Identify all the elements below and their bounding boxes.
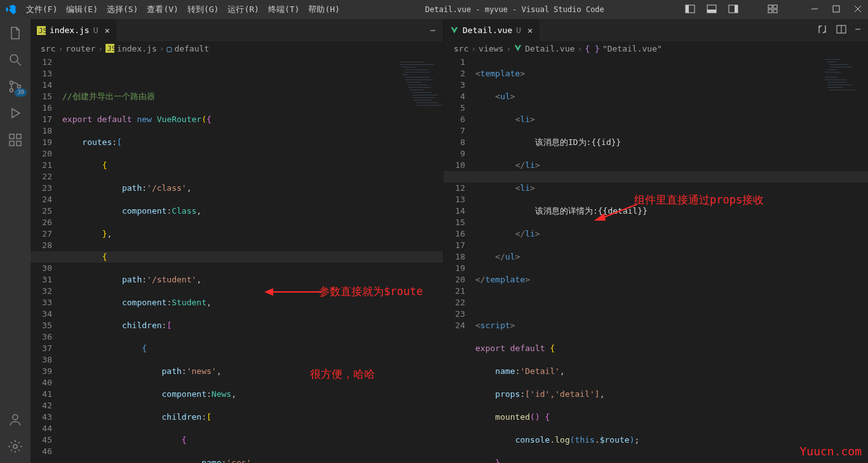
svg-text:JS: JS [39, 26, 46, 35]
vue-file-icon [450, 26, 459, 35]
scm-badge: 39 [15, 88, 27, 97]
close-icon[interactable] [853, 4, 863, 16]
svg-point-17 [10, 89, 13, 92]
svg-rect-21 [17, 141, 21, 146]
menu-terminal[interactable]: 终端(T) [264, 4, 304, 15]
minimize-icon[interactable] [810, 4, 820, 16]
gear-icon[interactable] [8, 439, 23, 454]
menu-help[interactable]: 帮助(H) [304, 4, 344, 15]
breadcrumb-left[interactable]: src› router› JS index.js› ▢ default [31, 41, 443, 55]
tab-close-icon[interactable]: × [104, 25, 109, 36]
svg-rect-5 [735, 5, 738, 13]
account-icon[interactable] [8, 412, 23, 427]
minimap[interactable] [398, 55, 443, 183]
tab-modified: U [516, 25, 521, 35]
activity-bar: 39 [0, 19, 31, 463]
svg-point-18 [18, 85, 21, 88]
svg-point-24 [13, 445, 17, 448]
svg-rect-11 [833, 6, 839, 12]
code-right[interactable]: <template> <ul> <li> 该消息的ID为:{{id}} </li… [475, 55, 868, 463]
editor-group-left: JS index.js U × ⋯ src› router› JS index.… [31, 19, 444, 463]
svg-point-14 [10, 55, 18, 62]
layout-panel-right-icon[interactable] [728, 4, 738, 16]
vscode-logo-icon [5, 4, 17, 15]
scm-icon[interactable]: 39 [8, 79, 23, 94]
svg-rect-8 [768, 10, 772, 13]
layout-panel-left-icon[interactable] [685, 4, 695, 16]
svg-rect-19 [10, 134, 14, 139]
maximize-icon[interactable] [831, 4, 841, 16]
svg-point-23 [13, 415, 18, 420]
tab-detail-vue[interactable]: Detail.vue U × [444, 19, 539, 41]
menu-run[interactable]: 运行(R) [223, 4, 263, 15]
svg-text:JS: JS [107, 44, 114, 53]
tab-modified: U [93, 25, 98, 35]
customize-layout-icon[interactable] [768, 4, 778, 16]
search-icon[interactable] [8, 52, 23, 67]
editor-right[interactable]: 123456789101112131415161718192021222324 … [444, 55, 868, 463]
tab-close-icon[interactable]: × [527, 25, 532, 36]
vue-file-icon [513, 44, 522, 53]
more-actions-icon[interactable]: ⋯ [855, 24, 860, 36]
svg-rect-1 [686, 5, 689, 13]
svg-rect-7 [773, 5, 777, 8]
diff-icon[interactable] [817, 24, 827, 36]
extensions-icon[interactable] [8, 132, 23, 148]
js-file-icon: JS [37, 26, 46, 35]
menu-go[interactable]: 转到(G) [183, 4, 223, 15]
svg-rect-22 [17, 134, 21, 139]
tab-label: index.js [50, 25, 90, 35]
explorer-icon[interactable] [8, 25, 23, 41]
svg-rect-6 [768, 5, 772, 8]
layout-panel-bottom-icon[interactable] [707, 4, 717, 16]
menu-selection[interactable]: 选择(S) [102, 4, 142, 15]
svg-line-15 [17, 62, 21, 66]
svg-point-16 [10, 81, 13, 85]
tabbar-left: JS index.js U × ⋯ [31, 19, 443, 41]
menu-view[interactable]: 查看(V) [142, 4, 182, 15]
menu-file[interactable]: 文件(F) [22, 4, 62, 15]
svg-rect-3 [707, 10, 716, 13]
tab-label: Detail.vue [463, 25, 512, 35]
breadcrumb-right[interactable]: src› views› Detail.vue› { } "Detail.vue" [444, 41, 868, 55]
tabbar-right: Detail.vue U × ⋯ [444, 19, 868, 41]
menu-edit[interactable]: 编辑(E) [62, 4, 102, 15]
editor-group-right: Detail.vue U × ⋯ src› views› Detail.vue›… [444, 19, 868, 463]
svg-rect-9 [773, 10, 777, 13]
window-title: Detail.vue - myvue - Visual Studio Code [344, 5, 685, 14]
minimap[interactable] [824, 55, 868, 132]
watermark: Yuucn.com [799, 445, 862, 458]
editor-left[interactable]: 1213141516171819202122232425262728293031… [31, 55, 443, 463]
svg-rect-20 [10, 141, 14, 146]
code-left[interactable]: //创建并导出一个路由器 export default new VueRoute… [62, 55, 443, 463]
js-file-icon: JS [105, 44, 114, 53]
split-editor-icon[interactable] [836, 24, 846, 36]
tab-index-js[interactable]: JS index.js U × [31, 19, 116, 41]
gutter-right: 123456789101112131415161718192021222324 [444, 55, 475, 463]
titlebar: 文件(F) 编辑(E) 选择(S) 查看(V) 转到(G) 运行(R) 终端(T… [0, 0, 868, 19]
debug-icon[interactable] [8, 106, 23, 121]
more-actions-icon[interactable]: ⋯ [430, 25, 435, 35]
